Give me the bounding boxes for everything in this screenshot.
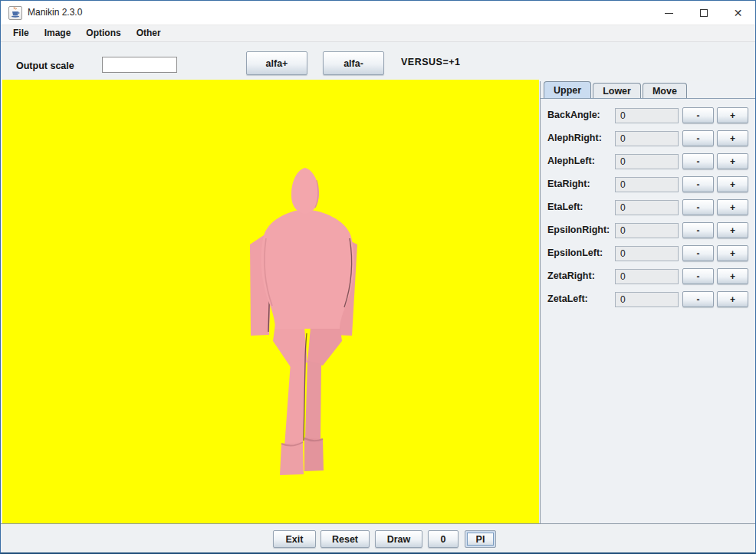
exit-button[interactable]: Exit: [273, 530, 316, 548]
reset-button[interactable]: Reset: [320, 530, 370, 548]
param-row: EtaRight:0-+: [541, 176, 755, 193]
param-value-field[interactable]: 0: [615, 200, 679, 215]
tab-lower[interactable]: Lower: [593, 83, 641, 98]
param-value-field[interactable]: 0: [615, 223, 679, 238]
param-value-field[interactable]: 0: [615, 177, 679, 192]
param-label: BackAngle:: [547, 110, 600, 120]
menu-bar: File Image Options Other: [1, 25, 755, 42]
param-label: EpsilonRight:: [547, 225, 610, 235]
param-value-field[interactable]: 0: [615, 108, 679, 123]
tab-bar: Upper Lower Move: [544, 81, 689, 98]
menu-file[interactable]: File: [5, 26, 37, 41]
alfa-minus-button[interactable]: alfa-: [323, 51, 384, 75]
drawing-canvas[interactable]: [2, 80, 539, 523]
minimize-button[interactable]: [652, 1, 686, 25]
param-label: AlephLeft:: [547, 156, 595, 166]
param-label: ZetaRight:: [547, 270, 595, 281]
param-row: EtaLeft:0-+: [541, 199, 755, 216]
parameter-panel: Upper Lower Move BackAngle:0-+AlephRight…: [540, 81, 755, 523]
tab-move[interactable]: Move: [643, 83, 687, 98]
param-row: AlephLeft:0-+: [541, 153, 755, 170]
increment-button[interactable]: +: [717, 222, 748, 238]
title-bar: Manikin 2.3.0 ✕: [1, 1, 755, 25]
param-row: ZetaLeft:0-+: [541, 291, 755, 308]
increment-button[interactable]: +: [717, 107, 748, 123]
param-value-field[interactable]: 0: [615, 154, 679, 169]
zero-button[interactable]: 0: [428, 530, 459, 548]
param-value-field[interactable]: 0: [615, 131, 679, 146]
param-row: AlephRight:0-+: [541, 130, 755, 147]
increment-button[interactable]: +: [717, 268, 748, 284]
maximize-button[interactable]: [686, 1, 721, 25]
increment-button[interactable]: +: [717, 130, 748, 146]
decrement-button[interactable]: -: [682, 107, 714, 123]
output-scale-input[interactable]: [102, 57, 177, 73]
param-label: EtaLeft:: [547, 202, 583, 212]
param-row: ZetaRight:0-+: [541, 268, 755, 285]
param-value-field[interactable]: 0: [615, 292, 679, 307]
param-row: EpsilonRight:0-+: [541, 222, 755, 239]
close-icon: ✕: [734, 7, 743, 19]
decrement-button[interactable]: -: [682, 153, 714, 169]
bottom-bar: Exit Reset Draw 0 PI: [1, 523, 755, 554]
alfa-plus-button[interactable]: alfa+: [246, 51, 307, 75]
param-row: BackAngle:0-+: [541, 107, 755, 124]
param-row: EpsilonLeft:0-+: [541, 245, 755, 262]
manikin-figure: [231, 162, 369, 480]
decrement-button[interactable]: -: [682, 199, 714, 215]
java-app-icon: [8, 6, 22, 20]
param-value-field[interactable]: 0: [615, 246, 679, 261]
maximize-icon: [700, 9, 708, 17]
decrement-button[interactable]: -: [682, 176, 714, 192]
increment-button[interactable]: +: [717, 176, 748, 192]
tab-content-border: [541, 98, 755, 99]
decrement-button[interactable]: -: [682, 130, 714, 146]
draw-button[interactable]: Draw: [375, 530, 422, 548]
param-label: EpsilonLeft:: [547, 247, 603, 258]
window-title: Manikin 2.3.0: [28, 7, 82, 18]
increment-button[interactable]: +: [717, 153, 748, 169]
menu-other[interactable]: Other: [129, 26, 169, 41]
tab-upper[interactable]: Upper: [544, 81, 591, 98]
output-scale-label: Output scale: [16, 61, 74, 71]
pi-button[interactable]: PI: [465, 530, 496, 548]
decrement-button[interactable]: -: [682, 268, 714, 284]
minimize-icon: [665, 13, 673, 14]
decrement-button[interactable]: -: [682, 291, 714, 307]
param-label: ZetaLeft:: [547, 293, 588, 304]
param-value-field[interactable]: 0: [615, 269, 679, 284]
param-label: EtaRight:: [547, 179, 590, 189]
increment-button[interactable]: +: [717, 245, 748, 261]
decrement-button[interactable]: -: [682, 222, 714, 238]
versus-status-label: VERSUS=+1: [401, 57, 460, 67]
close-button[interactable]: ✕: [721, 1, 755, 25]
menu-image[interactable]: Image: [37, 26, 79, 41]
menu-options[interactable]: Options: [78, 26, 128, 41]
increment-button[interactable]: +: [717, 291, 748, 307]
param-label: AlephRight:: [547, 133, 602, 143]
decrement-button[interactable]: -: [682, 245, 714, 261]
app-window: Manikin 2.3.0 ✕ File Image Options Other…: [0, 0, 756, 554]
increment-button[interactable]: +: [717, 199, 748, 215]
